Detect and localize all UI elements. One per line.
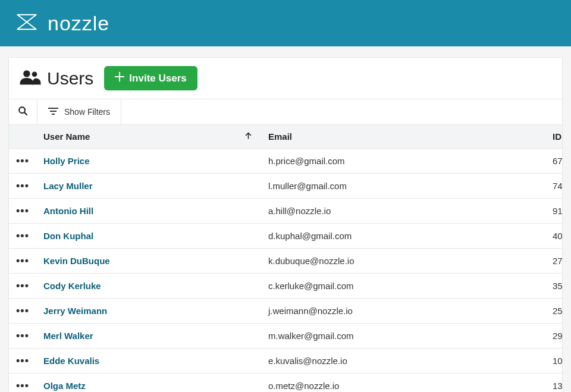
row-actions-button[interactable]: •••: [9, 199, 36, 224]
user-email: h.price@gmail.com: [268, 156, 345, 166]
user-name-link[interactable]: Holly Price: [43, 156, 90, 166]
row-actions-button[interactable]: •••: [9, 174, 36, 199]
panel-header: Users Invite Users: [9, 58, 562, 99]
more-icon: •••: [16, 280, 29, 291]
more-icon: •••: [16, 155, 29, 167]
user-email: j.weimann@nozzle.io: [268, 306, 353, 316]
more-icon: •••: [16, 330, 29, 341]
brand-logo[interactable]: nozzle: [14, 10, 109, 37]
more-icon: •••: [16, 230, 29, 242]
brand-name: nozzle: [48, 12, 109, 35]
table-row: •••Lacy Mullerl.muller@gmail.com742: [9, 174, 562, 199]
user-email: a.hill@nozzle.io: [268, 206, 331, 216]
user-name-link[interactable]: Jerry Weimann: [43, 306, 107, 316]
user-id: 274: [553, 256, 562, 266]
more-icon: •••: [16, 305, 29, 316]
user-name-link[interactable]: Edde Kuvalis: [43, 356, 99, 366]
svg-rect-5: [50, 110, 57, 111]
user-email: d.kuphal@gmail.com: [268, 231, 352, 241]
more-icon: •••: [16, 380, 29, 391]
table-row: •••Holly Priceh.price@gmail.com678: [9, 149, 562, 174]
page-title: Users: [47, 68, 93, 89]
filter-icon: [48, 107, 58, 117]
table-row: •••Merl Walkerm.walker@gmail.com297: [9, 324, 562, 349]
users-table: User Name Email ID: [9, 125, 562, 392]
svg-line-3: [24, 112, 27, 115]
show-filters-button[interactable]: Show Filters: [37, 99, 121, 124]
table-row: •••Jerry Weimannj.weimann@nozzle.io257: [9, 299, 562, 324]
user-name-link[interactable]: Merl Walker: [43, 331, 93, 341]
row-actions-button[interactable]: •••: [9, 349, 36, 374]
sort-ascending-icon: [244, 131, 253, 142]
table-row: •••Don Kuphald.kuphal@gmail.com405: [9, 224, 562, 249]
table-row: •••Edde Kuvalise.kuvalis@nozzle.io109: [9, 349, 562, 374]
user-email: m.walker@gmail.com: [268, 331, 354, 341]
more-icon: •••: [16, 355, 29, 366]
column-header-name[interactable]: User Name: [36, 125, 261, 149]
app-header: nozzle: [0, 0, 571, 46]
user-id: 109: [553, 356, 562, 366]
svg-point-0: [23, 70, 30, 77]
column-header-actions: [9, 125, 36, 149]
row-actions-button[interactable]: •••: [9, 299, 36, 324]
user-id: 913: [553, 206, 562, 216]
table-row: •••Antonio Hilla.hill@nozzle.io913: [9, 199, 562, 224]
user-email: e.kuvalis@nozzle.io: [268, 356, 347, 366]
table-row: •••Cody Kerlukec.kerluke@gmail.com356: [9, 274, 562, 299]
svg-point-1: [32, 71, 37, 77]
show-filters-label: Show Filters: [64, 107, 110, 117]
row-actions-button[interactable]: •••: [9, 324, 36, 349]
user-id: 257: [553, 306, 562, 316]
invite-users-button[interactable]: Invite Users: [104, 66, 197, 90]
column-header-email[interactable]: Email: [261, 125, 545, 149]
search-icon: [18, 106, 28, 118]
row-actions-button[interactable]: •••: [9, 224, 36, 249]
users-icon: [20, 69, 41, 88]
invite-users-label: Invite Users: [129, 73, 186, 84]
table-row: •••Olga Metzo.metz@nozzle.io133: [9, 374, 562, 393]
row-actions-button[interactable]: •••: [9, 249, 36, 274]
more-icon: •••: [16, 180, 29, 192]
svg-rect-4: [48, 108, 58, 109]
column-header-id[interactable]: ID: [545, 125, 562, 149]
user-email: l.muller@gmail.com: [268, 181, 347, 191]
plus-icon: [115, 72, 124, 84]
filter-bar: Show Filters: [9, 99, 562, 125]
user-email: k.dubuque@nozzle.io: [268, 256, 354, 266]
more-icon: •••: [16, 255, 29, 266]
user-id: 678: [553, 156, 562, 166]
user-name-link[interactable]: Antonio Hill: [43, 206, 93, 216]
table-row: •••Kevin DuBuquek.dubuque@nozzle.io274: [9, 249, 562, 274]
users-panel: Users Invite Users: [8, 57, 563, 392]
row-actions-button[interactable]: •••: [9, 149, 36, 174]
user-name-link[interactable]: Kevin DuBuque: [43, 256, 110, 266]
row-actions-button[interactable]: •••: [9, 374, 36, 393]
user-id: 297: [553, 331, 562, 341]
user-email: o.metz@nozzle.io: [268, 381, 339, 391]
user-name-link[interactable]: Cody Kerluke: [43, 281, 101, 291]
user-name-link[interactable]: Olga Metz: [43, 381, 86, 391]
user-name-link[interactable]: Lacy Muller: [43, 181, 93, 191]
user-id: 133: [553, 381, 562, 391]
more-icon: •••: [16, 205, 29, 217]
svg-point-2: [19, 107, 25, 113]
user-email: c.kerluke@gmail.com: [268, 281, 354, 291]
user-id: 742: [553, 181, 562, 191]
user-name-link[interactable]: Don Kuphal: [43, 231, 93, 241]
user-id: 405: [553, 231, 562, 241]
row-actions-button[interactable]: •••: [9, 274, 36, 299]
user-id: 356: [553, 281, 562, 291]
svg-rect-6: [52, 113, 55, 114]
nozzle-logo-icon: [14, 10, 39, 37]
search-button[interactable]: [9, 99, 37, 124]
